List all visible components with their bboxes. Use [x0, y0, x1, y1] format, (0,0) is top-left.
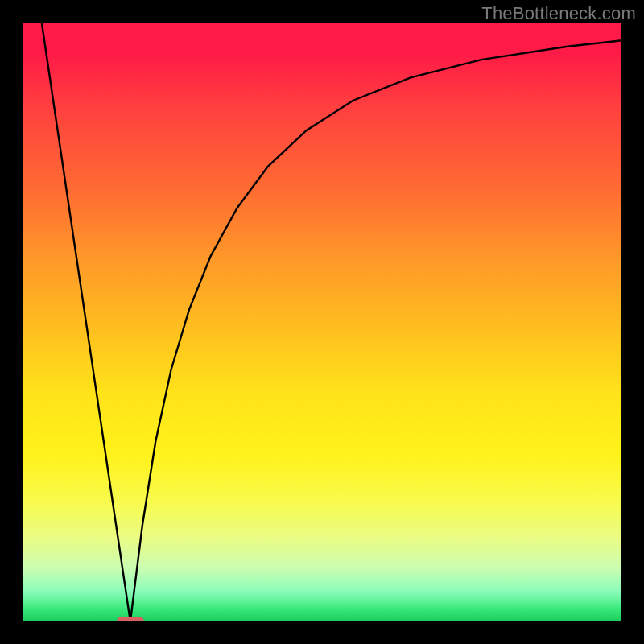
chart-frame: TheBottleneck.com: [0, 0, 644, 644]
plot-area: [23, 23, 621, 621]
curve-path: [42, 23, 621, 621]
minimum-marker: [117, 617, 144, 621]
bottleneck-curve: [23, 23, 621, 621]
watermark-text: TheBottleneck.com: [481, 3, 636, 24]
